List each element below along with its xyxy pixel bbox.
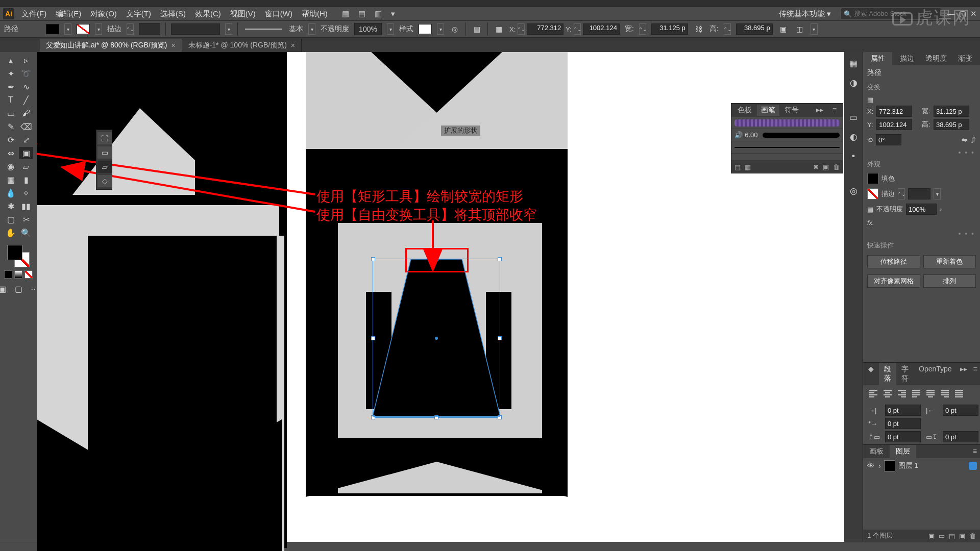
magic-wand-tool[interactable]: ✦ [4,67,18,80]
color-mode[interactable] [4,270,12,279]
maximize-icon[interactable]: ▢ [959,9,966,18]
prop-x-field[interactable] [876,106,912,117]
layout-icon-2[interactable]: ▤ [358,9,368,18]
stroke-panel-icon[interactable]: ▭ [847,111,860,123]
panel-menu-icon[interactable]: ≡ [970,445,980,458]
offset-path-button[interactable]: 位移路径 [867,255,920,268]
shape-builder-tool[interactable]: ◉ [4,160,18,172]
lasso-tool[interactable]: ➰ [19,67,33,80]
free-transform-tool[interactable]: ▣ [19,147,33,159]
panel-collapse-icon[interactable]: ▸▸ [812,105,827,116]
curvature-tool[interactable]: ∿ [19,81,33,93]
draw-normal-icon[interactable]: ▣ [0,283,9,295]
layer-row[interactable]: 👁 › 图层 1 [863,458,980,473]
space-before-field[interactable] [885,431,921,442]
align-right-icon[interactable] [896,388,908,399]
eyedropper-tool[interactable]: 💧 [4,187,18,199]
zoom-tool[interactable]: 🔍 [19,227,33,239]
delete-brush-icon[interactable]: 🗑 [833,163,840,171]
prop-w-field[interactable] [934,106,969,117]
selection-bounding-box[interactable] [373,259,500,418]
chevron-right-icon[interactable]: › [940,206,942,213]
align-center-icon[interactable] [881,388,894,399]
workspace-selector[interactable]: 传统基本功能▾ [775,8,835,20]
remove-stroke-icon[interactable]: ✖ [813,163,819,171]
delete-layer-icon[interactable]: 🗑 [969,532,976,540]
h-field[interactable]: 38.695 p [736,23,773,35]
gradient-panel-icon[interactable]: ◐ [847,131,860,143]
fill-stroke-box[interactable] [7,245,30,267]
fill-drop[interactable]: ▾ [64,23,71,35]
justify-right-icon[interactable] [939,388,951,399]
justify-all-icon[interactable] [953,388,965,399]
tab-character[interactable]: 字符 [896,363,914,385]
menu-select[interactable]: 选择(S) [156,8,190,20]
column-graph-tool[interactable]: ▮▮ [19,200,33,212]
menu-type[interactable]: 文字(T) [122,8,155,20]
justify-left-icon[interactable] [910,388,922,399]
rotate-tool[interactable]: ⟳ [4,134,18,146]
more-options-icon[interactable]: • • • [863,229,980,239]
artboard-tool[interactable]: ▢ [4,213,18,226]
fill-swatch[interactable] [46,24,59,34]
none-mode[interactable] [24,270,33,279]
dropdown-icon[interactable]: ▾ [391,9,400,18]
tab-transparency[interactable]: 透明度 [922,52,951,65]
align-left-icon[interactable] [867,388,879,399]
scale-tool[interactable]: ⤢ [19,134,33,146]
direct-selection-tool[interactable]: ▹ [19,54,33,66]
rectangle-tool[interactable]: ▭ [4,107,18,119]
indent-right-field[interactable] [943,405,978,416]
align-icon[interactable]: ▤ [471,23,482,35]
menu-window[interactable]: 窗口(W) [261,8,297,20]
perspective-grid-tool[interactable]: ▱ [19,160,33,172]
brushes-panel[interactable]: 色板 画笔 符号 ▸▸ ≡ 🔊 6.00 ▤ ▦ ✖ ▣ 🗑 [731,103,843,173]
justify-center-icon[interactable] [924,388,937,399]
prop-fill-swatch[interactable] [867,173,878,184]
color-guide-icon[interactable]: ◑ [847,77,860,89]
prop-fx-label[interactable]: fx. [867,219,874,227]
new-layer-icon[interactable]: ▣ [959,532,965,540]
shaper-tool[interactable]: ✎ [4,120,18,133]
visibility-icon[interactable]: 👁 [866,462,875,470]
close-icon[interactable]: ✕ [970,9,977,18]
isolate-icon[interactable]: ◫ [794,23,805,35]
tab-stroke[interactable]: 描边 [892,52,921,65]
paintbrush-tool[interactable]: 🖌 [19,107,33,119]
screen-mode-icon[interactable]: ▢ [11,283,26,295]
flip-h-icon[interactable]: ⇋ [962,136,967,144]
tab-paragraph[interactable]: 段落 [879,363,896,385]
panel-menu-icon[interactable]: ≡ [970,363,980,385]
shape-mode-icon[interactable]: ▣ [778,23,789,35]
menu-file[interactable]: 文件(F) [17,8,51,20]
recolor-icon[interactable]: ◎ [449,23,460,35]
width-tool[interactable]: ⇔ [4,147,18,159]
tab-properties[interactable]: 属性 [863,52,892,65]
hand-tool[interactable]: ✋ [4,227,18,239]
reference-point-icon[interactable]: ▦ [493,23,504,35]
selection-tool[interactable]: ▴ [4,54,18,66]
tab-swatches[interactable]: 色板 [733,105,756,116]
tab-symbols[interactable]: 符号 [780,105,803,116]
document-tab-1[interactable]: 父爱如山讲解.ai* @ 800% (RGB/预览) × [40,39,182,52]
prop-angle-field[interactable] [876,134,901,145]
type-tool[interactable]: T [4,94,18,106]
recolor-button[interactable]: 重新着色 [923,255,976,268]
color-panel-icon[interactable]: ▦ [847,57,860,69]
ft-perspective-icon[interactable]: ▱ [97,161,112,173]
flip-v-icon[interactable]: ⇵ [970,136,976,144]
clip-icon[interactable]: ▭ [939,532,945,540]
link-wh-icon[interactable]: ⛓ [693,23,704,35]
prop-stroke-swatch[interactable] [867,188,878,199]
blend-tool[interactable]: ⟐ [19,187,33,199]
first-line-field[interactable] [885,418,921,429]
brush-lib-icon[interactable]: ▤ [734,163,741,171]
canvas[interactable]: 扩展的形状 使用【矩形工具】绘制较宽的矩形 使用【自由变换工具】将其顶部收窄 [37,52,844,542]
stroke-drop[interactable]: ▾ [95,23,102,35]
sublayer-icon[interactable]: ▤ [949,532,955,540]
variable-width-profile[interactable] [171,23,220,35]
brush-opts-icon[interactable]: ▦ [745,163,751,171]
tab-gradient[interactable]: 渐变 [951,52,980,65]
locate-icon[interactable]: ▣ [928,532,935,540]
arrange-icon[interactable]: ▥ [375,9,384,18]
